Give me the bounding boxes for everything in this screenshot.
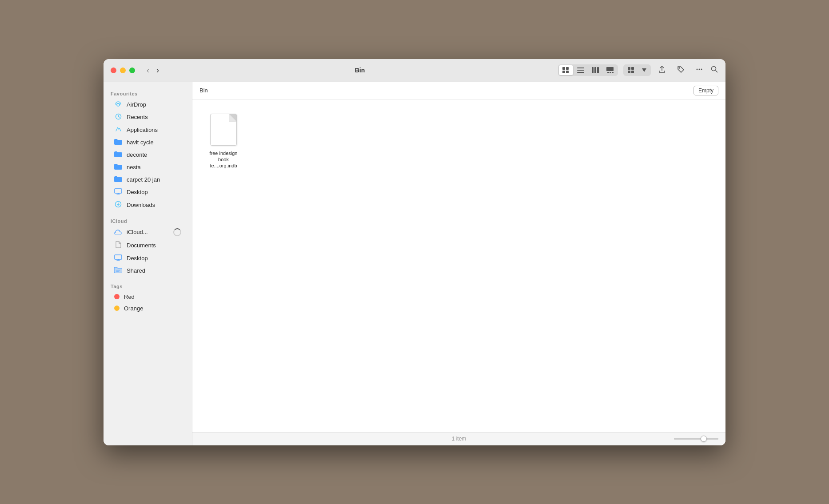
arrange-button[interactable]	[624, 65, 638, 75]
sidebar-item-decorite[interactable]: decorite	[107, 149, 188, 161]
downloads-icon	[114, 201, 122, 209]
main-content: Favourites AirDrop	[104, 82, 725, 445]
sidebar-item-desktop[interactable]: Desktop	[107, 186, 188, 198]
zoom-slider-thumb	[701, 436, 707, 442]
svg-rect-7	[592, 67, 594, 73]
status-text: 1 item	[244, 436, 674, 442]
sidebar-icloud-desktop-label: Desktop	[127, 255, 148, 262]
empty-button[interactable]: Empty	[693, 86, 718, 95]
svg-rect-9	[597, 67, 599, 73]
svg-rect-12	[610, 72, 611, 73]
status-bar: 1 item	[192, 432, 725, 445]
sidebar: Favourites AirDrop	[104, 82, 192, 445]
toolbar-actions	[558, 63, 718, 77]
folder-icon-carpet	[114, 176, 122, 183]
grid-view-button[interactable]	[559, 65, 573, 75]
svg-point-20	[699, 68, 700, 70]
list-view-button[interactable]	[574, 65, 588, 75]
column-view-button[interactable]	[588, 65, 602, 75]
svg-rect-15	[631, 67, 634, 70]
close-button[interactable]	[111, 67, 116, 73]
svg-point-24	[117, 103, 120, 106]
sidebar-item-recents[interactable]: Recents	[107, 111, 188, 123]
document-icon	[210, 114, 237, 146]
search-button[interactable]	[710, 65, 718, 75]
folder-icon-havit	[114, 139, 122, 146]
sidebar-item-shared[interactable]: Shared	[107, 265, 188, 277]
airdrop-icon	[114, 101, 122, 108]
svg-rect-6	[577, 72, 584, 73]
arrange-dropdown-button[interactable]	[638, 67, 650, 74]
tags-header: Tags	[104, 280, 192, 291]
sidebar-documents-label: Documents	[127, 242, 156, 249]
sidebar-shared-label: Shared	[127, 267, 145, 274]
sidebar-nesta-label: nesta	[127, 164, 141, 171]
red-tag-dot	[114, 294, 120, 299]
sidebar-item-carpet-20-jan[interactable]: carpet 20 jan	[107, 174, 188, 186]
window-controls	[111, 67, 135, 73]
icloud-desktop-icon	[114, 254, 122, 262]
sidebar-desktop-label: Desktop	[127, 189, 148, 195]
title-bar: ‹ › Bin	[104, 59, 725, 82]
sidebar-item-icloud-desktop[interactable]: Desktop	[107, 252, 188, 264]
zoom-slider[interactable]	[674, 438, 718, 440]
sidebar-recents-label: Recents	[127, 114, 148, 120]
orange-tag-dot	[114, 306, 120, 311]
sidebar-item-havit-cycle[interactable]: havit cycle	[107, 136, 188, 148]
file-grid: free indesign book te....org.indb	[192, 99, 725, 432]
file-area: Bin Empty free indesign book te....org.i…	[192, 82, 725, 445]
svg-rect-2	[562, 71, 565, 73]
file-name: free indesign book te....org.indb	[205, 150, 242, 169]
svg-rect-1	[566, 67, 569, 70]
svg-point-21	[701, 68, 702, 70]
sidebar-tag-red-label: Red	[124, 294, 135, 300]
sidebar-decorite-label: decorite	[127, 151, 147, 158]
sidebar-item-tag-orange[interactable]: Orange	[107, 303, 188, 314]
gallery-view-button[interactable]	[603, 65, 617, 75]
svg-rect-3	[566, 71, 569, 73]
svg-rect-26	[115, 189, 122, 193]
breadcrumb-title: Bin	[199, 87, 208, 94]
sidebar-item-documents[interactable]: Documents	[107, 239, 188, 252]
sidebar-item-nesta[interactable]: nesta	[107, 161, 188, 173]
sidebar-carpet-20-jan-label: carpet 20 jan	[127, 176, 160, 183]
desktop-icon	[114, 188, 122, 196]
sidebar-applications-label: Applications	[127, 127, 158, 133]
svg-rect-4	[577, 67, 584, 68]
svg-rect-0	[562, 67, 565, 70]
folder-icon-nesta	[114, 163, 122, 171]
documents-icon	[114, 241, 122, 250]
window-title: Bin	[167, 67, 553, 74]
file-icon-container	[207, 112, 239, 147]
sidebar-item-airdrop[interactable]: AirDrop	[107, 99, 188, 111]
tag-button[interactable]	[673, 63, 688, 77]
recents-icon	[114, 113, 122, 121]
svg-point-22	[712, 66, 716, 71]
forward-button[interactable]: ›	[154, 65, 162, 76]
zoom-slider-container	[674, 438, 718, 440]
more-button[interactable]	[692, 63, 707, 77]
svg-rect-10	[606, 67, 614, 71]
sidebar-item-applications[interactable]: Applications	[107, 124, 188, 136]
svg-point-18	[679, 67, 680, 68]
list-item[interactable]: free indesign book te....org.indb	[201, 108, 246, 173]
icloud-icon	[114, 229, 122, 236]
maximize-button[interactable]	[129, 67, 135, 73]
favourites-header: Favourites	[104, 87, 192, 98]
sidebar-item-downloads[interactable]: Downloads	[107, 198, 188, 211]
svg-rect-11	[607, 72, 609, 73]
sidebar-item-tag-red[interactable]: Red	[107, 291, 188, 302]
applications-icon	[114, 126, 122, 134]
share-button[interactable]	[654, 63, 670, 77]
svg-rect-13	[612, 72, 614, 73]
arrange-button-group	[623, 64, 651, 76]
svg-rect-14	[628, 67, 630, 70]
back-button[interactable]: ‹	[144, 65, 152, 76]
sidebar-tag-orange-label: Orange	[124, 305, 143, 312]
sidebar-item-icloud-drive[interactable]: iCloud...	[107, 226, 188, 238]
sidebar-downloads-label: Downloads	[127, 202, 155, 208]
breadcrumb-bar: Bin Empty	[192, 82, 725, 99]
minimize-button[interactable]	[120, 67, 126, 73]
svg-point-19	[697, 68, 698, 70]
finder-window: ‹ › Bin	[104, 59, 725, 445]
